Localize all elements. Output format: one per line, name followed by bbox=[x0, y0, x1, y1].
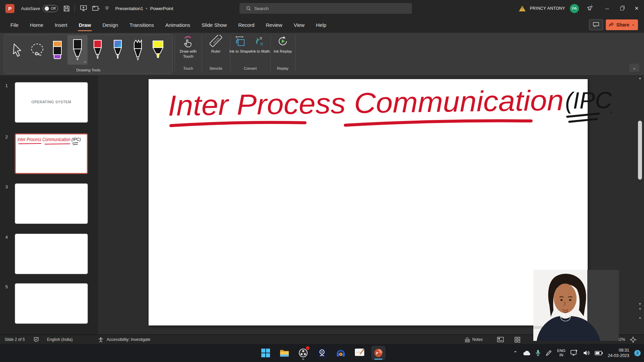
tab-design[interactable]: Design bbox=[101, 17, 119, 33]
ink-to-math-button[interactable]: ππ Ink to Math bbox=[250, 34, 270, 65]
drawing-tools-group-label: Drawing Tools bbox=[4, 68, 172, 72]
tab-animations[interactable]: Animations bbox=[164, 17, 191, 33]
start-button[interactable] bbox=[259, 346, 273, 360]
ruler-icon bbox=[210, 34, 222, 48]
ink-to-shape-icon bbox=[234, 34, 246, 48]
restore-button[interactable] bbox=[614, 0, 629, 17]
cast-display-icon[interactable] bbox=[571, 350, 578, 356]
comment-icon bbox=[593, 22, 599, 27]
battery-icon[interactable] bbox=[595, 351, 603, 355]
avatar[interactable]: PA bbox=[570, 4, 579, 13]
ink-to-shape-button[interactable]: Ink to Shape bbox=[230, 34, 250, 65]
collapse-ribbon-chevron-icon[interactable]: ⌄ bbox=[629, 64, 639, 72]
lasso-select-tool[interactable] bbox=[27, 35, 47, 65]
save-icon[interactable] bbox=[63, 5, 70, 12]
search-input[interactable]: Search bbox=[239, 3, 412, 14]
slide-number: 1 bbox=[5, 83, 8, 88]
running-indicator bbox=[302, 359, 304, 360]
normal-view-button[interactable] bbox=[497, 335, 504, 344]
slide-thumbnail-4[interactable] bbox=[15, 234, 88, 274]
autosave-toggle[interactable]: Off bbox=[43, 5, 58, 12]
ruler-button[interactable]: Ruler bbox=[202, 34, 230, 65]
previous-slide-button[interactable]: ⌃⌃ bbox=[637, 308, 643, 311]
clock[interactable]: 08:31 24-03-2023 bbox=[608, 348, 629, 358]
coming-soon-megaphone-icon[interactable] bbox=[586, 4, 594, 13]
notes-toggle[interactable]: Notes bbox=[465, 335, 483, 344]
user-name[interactable]: PRINCY ANTONY bbox=[530, 6, 565, 11]
warning-icon[interactable] bbox=[519, 6, 526, 11]
new-slide-icon[interactable] bbox=[92, 5, 100, 11]
touch-group-label: Touch bbox=[175, 66, 202, 70]
customize-toolbar-chevron-icon[interactable] bbox=[105, 7, 109, 10]
whiteboard-app-icon[interactable] bbox=[353, 346, 367, 360]
audio-app-icon[interactable] bbox=[334, 346, 348, 360]
ink-replay-button[interactable]: Ink Replay bbox=[270, 34, 295, 65]
pencil-tool[interactable] bbox=[128, 35, 148, 65]
file-explorer-icon[interactable] bbox=[277, 346, 291, 360]
tab-help[interactable]: Help bbox=[315, 17, 327, 33]
slide-number: 3 bbox=[5, 184, 8, 189]
powerpoint-logo-icon[interactable]: P bbox=[5, 4, 14, 13]
eraser-tool[interactable] bbox=[47, 35, 67, 65]
stencils-group-label: Stencils bbox=[202, 66, 230, 70]
app-name: PowerPoint bbox=[150, 6, 173, 11]
tab-view[interactable]: View bbox=[293, 17, 306, 33]
language-switcher[interactable]: ENG IN bbox=[557, 349, 566, 357]
slide-thumbnail-5[interactable] bbox=[15, 283, 88, 324]
onedrive-cloud-icon[interactable] bbox=[523, 350, 531, 356]
slide-editing-surface[interactable] bbox=[149, 79, 588, 325]
slide-indicator[interactable]: Slide 2 of 5 bbox=[5, 335, 25, 344]
pen-galaxy-tool[interactable] bbox=[108, 35, 128, 65]
tray-chevron-up-icon[interactable]: ⌃ bbox=[513, 350, 518, 356]
start-slideshow-icon[interactable] bbox=[80, 5, 87, 11]
pen-black-tool[interactable]: ⌄ bbox=[67, 35, 88, 65]
next-slide-button[interactable]: ⌄⌄ bbox=[637, 316, 643, 319]
ribbon-divider bbox=[175, 35, 175, 71]
svg-text:π: π bbox=[260, 41, 263, 47]
pen-red-tool[interactable] bbox=[88, 35, 108, 65]
presenter-webcam-overlay bbox=[533, 270, 619, 341]
search-placeholder: Search bbox=[254, 6, 269, 11]
tab-review[interactable]: Review bbox=[265, 17, 283, 33]
highlighter-yellow-tool[interactable] bbox=[148, 35, 168, 65]
close-button[interactable]: ✕ bbox=[629, 0, 644, 17]
slide-thumbnail-1[interactable]: OPERATING SYSTEM bbox=[15, 82, 88, 123]
select-tool[interactable] bbox=[7, 35, 27, 65]
slide-thumbnail-3[interactable] bbox=[15, 183, 88, 224]
slide-thumbnail-2[interactable]: Inter Process Communication (IPC) bbox=[15, 133, 88, 174]
webcam-app-icon[interactable] bbox=[315, 346, 329, 360]
tab-record[interactable]: Record bbox=[237, 17, 255, 33]
windows-taskbar: P ⌃ ENG IN 08:31 24-03-2023 bbox=[0, 344, 644, 362]
obs-studio-icon[interactable] bbox=[296, 346, 310, 360]
comments-button[interactable] bbox=[589, 19, 603, 30]
draw-with-touch-button[interactable]: Draw with Touch bbox=[175, 34, 202, 65]
tab-draw[interactable]: Draw bbox=[78, 17, 92, 33]
scroll-up-arrow[interactable]: ▲ bbox=[638, 76, 642, 80]
share-chevron-icon: ⌄ bbox=[632, 22, 635, 26]
pen-options-chevron-icon[interactable]: ⌄ bbox=[84, 59, 87, 63]
document-title: Presentation1 • PowerPoint bbox=[115, 6, 173, 11]
powerpoint-taskbar-icon[interactable]: P bbox=[371, 346, 385, 360]
notification-badge[interactable]: 2 bbox=[634, 350, 641, 356]
slide-sorter-view-button[interactable] bbox=[515, 335, 520, 344]
accessibility-icon[interactable] bbox=[98, 335, 104, 344]
vertical-scrollbar-thumb[interactable] bbox=[638, 121, 642, 180]
tab-slideshow[interactable]: Slide Show bbox=[201, 17, 228, 33]
tab-insert[interactable]: Insert bbox=[54, 17, 68, 33]
tab-home[interactable]: Home bbox=[29, 17, 44, 33]
spell-check-icon[interactable] bbox=[34, 335, 39, 344]
microphone-icon[interactable] bbox=[536, 350, 540, 356]
scroll-down-arrow[interactable]: ▼ bbox=[638, 302, 642, 306]
ink-to-math-icon: ππ bbox=[254, 34, 266, 48]
share-button[interactable]: Share ⌄ bbox=[606, 19, 638, 30]
minimize-button[interactable]: ─ bbox=[600, 0, 614, 17]
tab-transitions[interactable]: Transitions bbox=[128, 17, 155, 33]
ink-replay-label: Ink Replay bbox=[270, 49, 295, 54]
notes-label: Notes bbox=[472, 337, 483, 342]
speaker-icon[interactable] bbox=[583, 350, 590, 356]
accessibility-status[interactable]: Accessibility: Investigate bbox=[107, 335, 150, 344]
tab-file[interactable]: File bbox=[9, 17, 19, 33]
language-indicator[interactable]: English (India) bbox=[47, 335, 73, 344]
pen-tray-icon[interactable] bbox=[545, 350, 552, 356]
fit-slide-to-window-button[interactable] bbox=[630, 335, 636, 344]
